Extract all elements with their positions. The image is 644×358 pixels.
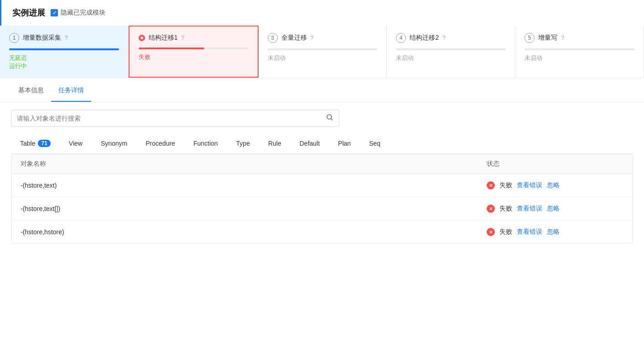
tab-basic[interactable]: 基本信息 bbox=[11, 80, 51, 102]
step-2[interactable]: 结构迁移1 ? 失败 bbox=[129, 26, 259, 78]
step-5[interactable]: 5 增量写 ? 未启动 bbox=[515, 26, 644, 78]
step-4-number: 4 bbox=[396, 33, 406, 43]
object-tab-type-label: Type bbox=[236, 140, 250, 147]
page-header: 实例进展 隐藏已完成模块 bbox=[0, 0, 644, 26]
table-header-name: 对象名称 bbox=[21, 160, 487, 168]
ignore-link-1[interactable]: 忽略 bbox=[547, 181, 560, 190]
step-3-title: 全量迁移 bbox=[281, 34, 307, 42]
object-tab-seq[interactable]: Seq bbox=[360, 134, 390, 153]
table-row: -(hstore,hstore) 失败 查看错误 忽略 bbox=[11, 221, 633, 243]
step-4-title: 结构迁移2 bbox=[410, 34, 439, 42]
ignore-link-3[interactable]: 忽略 bbox=[547, 228, 560, 236]
step-3[interactable]: 3 全量迁移 ? 未启动 bbox=[259, 26, 387, 78]
step-1-help-icon[interactable]: ? bbox=[65, 35, 68, 41]
ignore-link-2[interactable]: 忽略 bbox=[547, 205, 560, 213]
search-box bbox=[11, 110, 339, 127]
main-tabs: 基本信息 任务详情 bbox=[0, 80, 644, 102]
view-error-link-2[interactable]: 查看错误 bbox=[517, 205, 542, 213]
step-1-status-line2: 运行中 bbox=[9, 62, 119, 70]
table-header-status: 状态 bbox=[487, 160, 623, 168]
step-2-title: 结构迁移1 bbox=[149, 34, 178, 42]
view-error-link-3[interactable]: 查看错误 bbox=[517, 228, 542, 236]
step-1-progress-bar bbox=[9, 48, 119, 50]
step-4-progress-bar bbox=[396, 48, 506, 50]
object-tab-table-badge: 71 bbox=[38, 140, 50, 147]
object-tab-procedure-label: Procedure bbox=[145, 140, 175, 147]
table-row: -(hstore,text) 失败 查看错误 忽略 bbox=[11, 174, 633, 197]
status-text-2: 失败 bbox=[499, 205, 512, 213]
step-3-progress-bar bbox=[268, 48, 378, 50]
object-tab-function-label: Function bbox=[193, 140, 218, 147]
table-cell-name-2: -(hstore,text[]) bbox=[21, 205, 487, 212]
hide-completed-toggle[interactable]: 隐藏已完成模块 bbox=[51, 9, 105, 17]
object-tab-plan-label: Plan bbox=[338, 140, 351, 147]
table-header: 对象名称 状态 bbox=[11, 154, 633, 174]
step-3-status: 未启动 bbox=[268, 54, 378, 62]
table-cell-name-3: -(hstore,hstore) bbox=[21, 228, 487, 236]
step-1-title: 增量数据采集 bbox=[23, 34, 61, 42]
table-cell-status-3: 失败 查看错误 忽略 bbox=[487, 228, 623, 236]
table-cell-name-1: -(hstore,text) bbox=[21, 182, 487, 189]
object-tab-synonym[interactable]: Synonym bbox=[92, 134, 136, 153]
object-tab-table-label: Table bbox=[20, 140, 35, 147]
step-3-number: 3 bbox=[268, 33, 278, 43]
step-4-help-icon[interactable]: ? bbox=[442, 35, 446, 41]
step-2-error-icon bbox=[139, 35, 145, 41]
object-tab-procedure[interactable]: Procedure bbox=[136, 134, 184, 153]
status-error-icon-3 bbox=[487, 228, 495, 236]
object-tab-rule[interactable]: Rule bbox=[259, 134, 291, 153]
step-2-status: 失败 bbox=[139, 53, 249, 61]
step-5-help-icon[interactable]: ? bbox=[561, 35, 564, 41]
status-error-icon-2 bbox=[487, 205, 495, 213]
object-tab-seq-label: Seq bbox=[369, 140, 380, 147]
status-text-3: 失败 bbox=[499, 228, 512, 236]
view-error-link-1[interactable]: 查看错误 bbox=[517, 181, 542, 190]
search-icon[interactable] bbox=[326, 114, 333, 123]
status-text-1: 失败 bbox=[499, 181, 512, 190]
object-tabs: Table 71 View Synonym Procedure Function… bbox=[11, 134, 633, 154]
hide-completed-label: 隐藏已完成模块 bbox=[61, 9, 105, 17]
object-tab-table[interactable]: Table 71 bbox=[11, 134, 60, 153]
step-2-progress-bar bbox=[139, 47, 249, 49]
object-tab-view-label: View bbox=[69, 140, 83, 147]
object-tab-type[interactable]: Type bbox=[227, 134, 259, 153]
object-tab-function[interactable]: Function bbox=[184, 134, 227, 153]
search-input[interactable] bbox=[17, 115, 322, 122]
step-2-help-icon[interactable]: ? bbox=[182, 35, 185, 41]
tab-task-detail[interactable]: 任务详情 bbox=[51, 80, 91, 102]
step-4[interactable]: 4 结构迁移2 ? 未启动 bbox=[387, 26, 515, 78]
object-tab-default[interactable]: Default bbox=[291, 134, 329, 153]
table-cell-status-1: 失败 查看错误 忽略 bbox=[487, 181, 623, 190]
step-3-help-icon[interactable]: ? bbox=[311, 35, 314, 41]
step-5-progress-bar bbox=[525, 48, 634, 50]
step-5-title: 增量写 bbox=[538, 34, 557, 42]
table-cell-status-2: 失败 查看错误 忽略 bbox=[487, 205, 623, 213]
step-1-number: 1 bbox=[9, 33, 19, 43]
step-1-status-line1: 无延迟 bbox=[9, 54, 119, 62]
steps-container: 1 增量数据采集 ? 无延迟 运行中 结构迁移1 ? 失败 bbox=[0, 26, 644, 78]
hide-completed-checkbox[interactable] bbox=[51, 9, 58, 16]
object-tab-rule-label: Rule bbox=[268, 140, 281, 147]
object-tab-synonym-label: Synonym bbox=[101, 140, 127, 147]
step-5-status: 未启动 bbox=[525, 54, 634, 62]
step-1[interactable]: 1 增量数据采集 ? 无延迟 运行中 bbox=[0, 26, 129, 78]
object-tab-view[interactable]: View bbox=[60, 134, 92, 153]
table-row: -(hstore,text[]) 失败 查看错误 忽略 bbox=[11, 197, 633, 221]
svg-line-1 bbox=[331, 119, 333, 121]
page-title: 实例进展 bbox=[12, 7, 45, 18]
step-4-status: 未启动 bbox=[396, 54, 506, 62]
object-tab-default-label: Default bbox=[300, 140, 320, 147]
object-tab-plan[interactable]: Plan bbox=[329, 134, 360, 153]
data-table: 对象名称 状态 -(hstore,text) 失败 查看错误 忽略 -(hsto… bbox=[11, 154, 633, 244]
search-container bbox=[0, 102, 644, 134]
step-5-number: 5 bbox=[525, 33, 535, 43]
status-error-icon-1 bbox=[487, 181, 495, 190]
